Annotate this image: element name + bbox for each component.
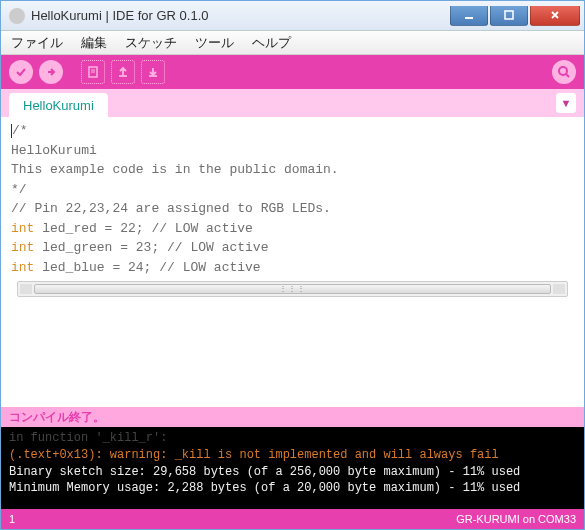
code-line: int led_blue = 24; // LOW active xyxy=(11,258,574,278)
code-line: /* xyxy=(12,123,28,138)
console-line: Binary sketch size: 29,658 bytes (of a 2… xyxy=(9,464,576,481)
board-port: GR-KURUMI on COM33 xyxy=(456,513,576,525)
console-line: Minimum Memory usage: 2,288 bytes (of a … xyxy=(9,480,576,497)
window-title: HelloKurumi | IDE for GR 0.1.0 xyxy=(31,8,450,23)
chevron-down-icon: ▼ xyxy=(561,97,572,109)
svg-rect-1 xyxy=(505,11,513,19)
minimize-button[interactable] xyxy=(450,6,488,26)
menubar: ファイル 編集 スケッチ ツール ヘルプ xyxy=(1,31,584,55)
scrollbar-thumb[interactable]: ⋮⋮⋮ xyxy=(34,284,551,294)
svg-rect-0 xyxy=(465,17,473,19)
line-number: 1 xyxy=(9,513,15,525)
compile-status: コンパイル終了。 xyxy=(1,407,584,427)
toolbar xyxy=(1,55,584,89)
menu-help[interactable]: ヘルプ xyxy=(248,32,295,54)
new-button[interactable] xyxy=(81,60,105,84)
console-line: in function '_kill_r': xyxy=(9,430,576,447)
titlebar[interactable]: HelloKurumi | IDE for GR 0.1.0 xyxy=(1,1,584,31)
verify-button[interactable] xyxy=(9,60,33,84)
upload-button[interactable] xyxy=(39,60,63,84)
maximize-button[interactable] xyxy=(490,6,528,26)
console-output[interactable]: in function '_kill_r': (.text+0x13): war… xyxy=(1,427,584,509)
menu-tools[interactable]: ツール xyxy=(191,32,238,54)
menu-sketch[interactable]: スケッチ xyxy=(121,32,181,54)
save-button[interactable] xyxy=(141,60,165,84)
tab-active[interactable]: HelloKurumi xyxy=(9,93,108,117)
serial-monitor-button[interactable] xyxy=(552,60,576,84)
app-icon xyxy=(9,8,25,24)
app-window: HelloKurumi | IDE for GR 0.1.0 ファイル 編集 ス… xyxy=(0,0,585,530)
tabbar: HelloKurumi ▼ xyxy=(1,89,584,117)
menu-file[interactable]: ファイル xyxy=(7,32,67,54)
statusbar: 1 GR-KURUMI on COM33 xyxy=(1,509,584,529)
console-line: (.text+0x13): warning: _kill is not impl… xyxy=(9,447,576,464)
horizontal-scrollbar[interactable]: ⋮⋮⋮ xyxy=(17,281,568,297)
code-line: This example code is in the public domai… xyxy=(11,160,574,180)
code-line: */ xyxy=(11,180,574,200)
window-controls xyxy=(450,6,580,26)
code-line: HelloKurumi xyxy=(11,141,574,161)
code-line: int led_green = 23; // LOW active xyxy=(11,238,574,258)
svg-point-7 xyxy=(559,67,567,75)
open-button[interactable] xyxy=(111,60,135,84)
svg-line-8 xyxy=(566,74,569,77)
code-line: // Pin 22,23,24 are assigned to RGB LEDs… xyxy=(11,199,574,219)
code-line: int led_red = 22; // LOW active xyxy=(11,219,574,239)
close-button[interactable] xyxy=(530,6,580,26)
code-editor[interactable]: /* HelloKurumi This example code is in t… xyxy=(1,117,584,407)
tab-menu-button[interactable]: ▼ xyxy=(556,93,576,113)
menu-edit[interactable]: 編集 xyxy=(77,32,111,54)
